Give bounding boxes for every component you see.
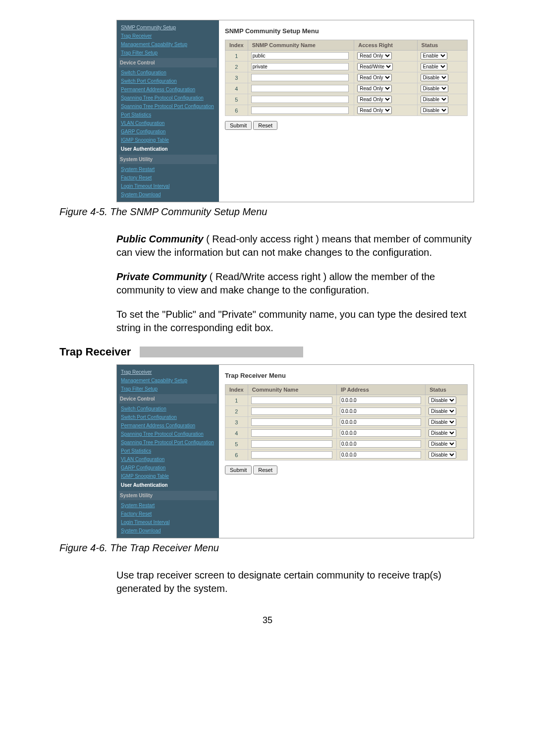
table-row: 1 Read Only Enable [225, 51, 468, 61]
sidebar-item-system-download[interactable]: System Download [121, 190, 215, 199]
sidebar-item-factory-reset[interactable]: Factory Reset [121, 510, 215, 518]
sidebar-item-system-download[interactable]: System Download [121, 526, 215, 535]
sidebar-item-snmp-community-setup[interactable]: SNMP Community Setup [121, 23, 215, 32]
community-name-input[interactable] [251, 440, 332, 448]
sidebar-item-trap-receiver[interactable]: Trap Receiver [121, 368, 215, 376]
access-right-select[interactable]: Read Only [357, 107, 392, 114]
sidebar-item-port-statistics[interactable]: Port Statistics [121, 447, 215, 455]
sidebar-item-port-statistics[interactable]: Port Statistics [121, 111, 215, 119]
sidebar-header-device-control: Device Control [119, 394, 217, 404]
status-select[interactable]: Disable [421, 107, 448, 114]
trap-receiver-screenshot: Trap Receiver Management Capability Setu… [116, 364, 474, 538]
sidebar-item-switch-port-configuration[interactable]: Switch Port Configuration [121, 413, 215, 421]
table-row: 4 Read Only Disable [225, 83, 468, 94]
status-select[interactable]: Disable [421, 85, 448, 92]
sidebar-item-factory-reset[interactable]: Factory Reset [121, 174, 215, 182]
ip-address-input[interactable] [340, 451, 421, 459]
sidebar-header-user-authentication: User Authentication [121, 144, 215, 154]
status-select[interactable]: Disable [428, 397, 456, 404]
community-name-input[interactable] [251, 52, 349, 59]
sidebar-item-vlan-configuration[interactable]: VLAN Configuration [121, 119, 215, 127]
ip-address-input[interactable] [340, 429, 421, 437]
sidebar-item-system-restart[interactable]: System Restart [121, 165, 215, 174]
sidebar-item-igmp-snooping-table[interactable]: IGMP Snooping Table [121, 472, 215, 480]
community-name-input[interactable] [251, 397, 332, 404]
sidebar-item-switch-configuration[interactable]: Switch Configuration [121, 405, 215, 413]
table-row: 3 Disable [225, 417, 468, 428]
sidebar-item-switch-configuration[interactable]: Switch Configuration [121, 68, 215, 77]
table-row: 2 Disable [225, 406, 468, 417]
sidebar-header-device-control: Device Control [119, 58, 217, 67]
sidebar-item-stp-port-cfg[interactable]: Spanning Tree Protocol Port Configuratio… [121, 438, 215, 447]
ip-address-input[interactable] [340, 407, 421, 415]
section-title-trap-receiver: Trap Receiver [59, 346, 476, 358]
sidebar-item-trap-filter-setup[interactable]: Trap Filter Setup [121, 49, 215, 57]
sidebar-item-trap-filter-setup[interactable]: Trap Filter Setup [121, 385, 215, 393]
community-name-input[interactable] [251, 107, 349, 114]
reset-button[interactable] [253, 121, 277, 130]
community-name-input[interactable] [251, 451, 332, 459]
sidebar-item-switch-port-configuration[interactable]: Switch Port Configuration [121, 77, 215, 85]
sidebar-item-garp-configuration[interactable]: GARP Configuration [121, 464, 215, 472]
status-select[interactable]: Enable [421, 52, 447, 59]
community-name-input[interactable] [251, 429, 332, 437]
cell-index: 4 [225, 83, 248, 94]
status-select[interactable]: Enable [421, 63, 447, 70]
ip-address-input[interactable] [340, 418, 421, 426]
table-row: 5 Read Only Disable [225, 94, 468, 105]
sidebar-item-login-timeout-interval[interactable]: Login Timeout Interval [121, 518, 215, 526]
table-row: 3 Read Only Disable [225, 72, 468, 83]
status-select[interactable]: Disable [421, 74, 448, 81]
sidebar-item-stp-cfg[interactable]: Spanning Tree Protocol Configuration [121, 430, 215, 438]
community-name-input[interactable] [251, 96, 349, 103]
sidebar-item-mgmt-capability-setup[interactable]: Management Capability Setup [121, 376, 215, 385]
sidebar-item-mgmt-capability-setup[interactable]: Management Capability Setup [121, 40, 215, 49]
status-select[interactable]: Disable [428, 418, 456, 426]
submit-button[interactable] [225, 121, 252, 130]
sidebar-header-system-utility: System Utility [119, 155, 217, 164]
sidebar-item-trap-receiver[interactable]: Trap Receiver [121, 32, 215, 40]
community-name-input[interactable] [251, 74, 349, 81]
table-row: 1 Disable [225, 395, 468, 406]
sidebar-item-stp-cfg[interactable]: Spanning Tree Protocol Configuration [121, 94, 215, 102]
community-name-input[interactable] [251, 63, 349, 70]
community-name-input[interactable] [251, 418, 332, 426]
sidebar-item-system-restart[interactable]: System Restart [121, 501, 215, 510]
access-right-select[interactable]: Read Only [357, 85, 392, 92]
table-row: 6 Disable [225, 450, 468, 461]
access-right-select[interactable]: Read/Write [357, 63, 393, 70]
sidebar-item-igmp-snooping-table[interactable]: IGMP Snooping Table [121, 136, 215, 144]
cell-index: 5 [225, 94, 248, 105]
paragraph-trap-receiver-desc: Use trap receiver screen to designate ce… [116, 569, 476, 595]
sidebar-item-permanent-address[interactable]: Permanent Address Configuration [121, 421, 215, 430]
submit-button[interactable] [225, 465, 252, 474]
sidebar-item-vlan-configuration[interactable]: VLAN Configuration [121, 455, 215, 464]
snmp-main-panel: SNMP Community Setup Menu Index SNMP Com… [219, 20, 474, 202]
status-select[interactable]: Disable [428, 451, 456, 459]
snmp-community-table: Index SNMP Community Name Access Right S… [225, 40, 468, 116]
cell-index: 5 [225, 439, 248, 450]
sidebar-item-permanent-address[interactable]: Permanent Address Configuration [121, 85, 215, 94]
sidebar: SNMP Community Setup Trap Receiver Manag… [117, 20, 219, 202]
status-select[interactable]: Disable [428, 440, 456, 448]
access-right-select[interactable]: Read Only [357, 52, 392, 59]
reset-button[interactable] [253, 465, 277, 474]
access-right-select[interactable]: Read Only [357, 74, 392, 81]
snmp-community-setup-screenshot: SNMP Community Setup Trap Receiver Manag… [116, 20, 474, 202]
paragraph-set-name: To set the "Public" and "Private" commun… [116, 308, 476, 335]
sidebar-item-garp-configuration[interactable]: GARP Configuration [121, 127, 215, 136]
sidebar-item-stp-port-cfg[interactable]: Spanning Tree Protocol Port Configuratio… [121, 102, 215, 111]
status-select[interactable]: Disable [421, 96, 448, 103]
cell-index: 6 [225, 105, 248, 116]
access-right-select[interactable]: Read Only [357, 96, 392, 103]
status-select[interactable]: Disable [428, 407, 456, 415]
trap-receiver-table: Index Community Name IP Address Status 1… [225, 384, 468, 461]
sidebar-item-login-timeout-interval[interactable]: Login Timeout Interval [121, 182, 215, 190]
community-name-input[interactable] [251, 407, 332, 415]
ip-address-input[interactable] [340, 440, 421, 448]
ip-address-input[interactable] [340, 397, 421, 404]
term-public-community: Public Community [116, 233, 204, 244]
status-select[interactable]: Disable [428, 429, 456, 437]
community-name-input[interactable] [251, 85, 349, 92]
col-ip-address: IP Address [337, 385, 426, 395]
